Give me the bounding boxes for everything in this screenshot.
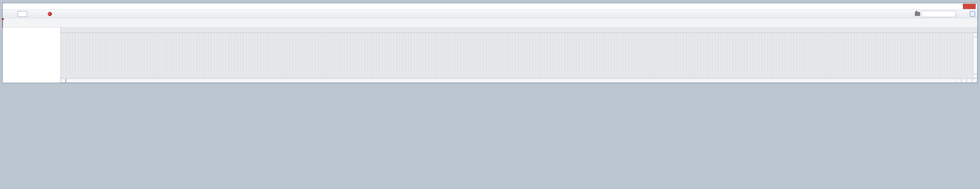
record-button[interactable]: [47, 11, 52, 16]
body: [3, 27, 977, 83]
expand-icon: [958, 11, 962, 16]
scroll-right-button[interactable]: [956, 78, 961, 83]
camera-icon: [915, 12, 920, 16]
zoom-fit-button[interactable]: [962, 78, 966, 83]
horizontal-scrollbar[interactable]: [61, 78, 977, 83]
timeline-panel: [60, 27, 977, 83]
titlebar: [3, 3, 977, 10]
vertical-scrollbar[interactable]: [973, 33, 977, 78]
timeline-rows: [61, 33, 977, 78]
go-to-start-button[interactable]: [5, 11, 10, 16]
zoom-button[interactable]: [967, 78, 972, 83]
toolbar: [3, 10, 977, 18]
play-forward-button[interactable]: [28, 11, 33, 16]
help-button[interactable]: [970, 11, 975, 16]
scroll-down-button[interactable]: [973, 74, 977, 78]
go-to-end-button[interactable]: [35, 11, 40, 16]
scroll-left-button[interactable]: [61, 78, 65, 83]
animation-timeline-window: [2, 3, 978, 83]
options-button[interactable]: [964, 11, 969, 16]
options-icon: [964, 11, 969, 16]
view-selector[interactable]: [921, 11, 956, 17]
close-button[interactable]: [963, 4, 976, 9]
scroll-thumb[interactable]: [66, 79, 66, 82]
expand-storyboard-button[interactable]: [957, 11, 963, 16]
current-time-field[interactable]: [18, 11, 27, 17]
tree-panel: [3, 27, 60, 83]
record-icon: [48, 12, 52, 16]
timeline-ruler[interactable]: [61, 27, 977, 33]
play-reverse-button[interactable]: [11, 11, 16, 16]
scope-playhead-marker[interactable]: [3, 18, 3, 27]
loop-button[interactable]: [41, 11, 46, 16]
zoom-reset-button[interactable]: [972, 78, 977, 83]
scroll-up-button[interactable]: [973, 33, 977, 37]
scope-ruler[interactable]: [3, 18, 977, 27]
